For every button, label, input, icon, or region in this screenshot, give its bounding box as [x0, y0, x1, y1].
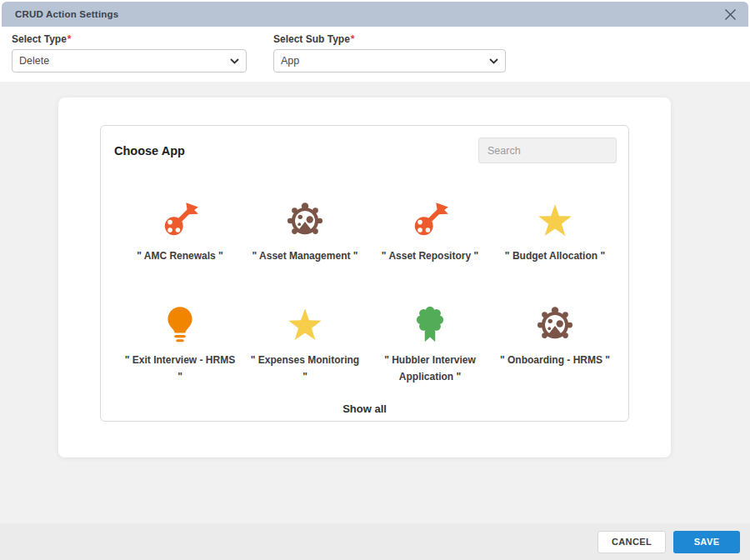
close-icon[interactable] [720, 4, 740, 24]
select-sub-type-dropdown[interactable]: App [273, 49, 506, 72]
app-label: " Expenses Monitoring " [249, 352, 361, 386]
select-sub-type-field: Select Sub Type* App [273, 33, 506, 72]
app-list-header: Choose App [101, 126, 628, 174]
app-label: " Budget Allocation " [499, 248, 611, 265]
app-grid: " AMC Renewals " " Asset Management " " … [118, 199, 618, 408]
crud-action-settings-modal: CRUD Action Settings Select Type* Delete [0, 0, 750, 560]
bug-icon [534, 303, 576, 345]
app-chooser-card: Choose App " AMC Renewals " " Asset Mana… [58, 98, 671, 458]
bug-icon [284, 199, 326, 241]
select-type-dropdown[interactable]: Delete [12, 49, 247, 72]
filter-row: Select Type* Delete Select Sub Type* App [0, 27, 750, 82]
app-label: " Hubbler Interview Application " [374, 352, 486, 386]
key-icon [159, 199, 201, 241]
modal-header: CRUD Action Settings [2, 2, 748, 27]
required-asterisk: * [68, 33, 72, 45]
show-all-link[interactable]: Show all [101, 402, 628, 415]
badge-icon [409, 303, 451, 345]
app-item[interactable]: " AMC Renewals " [118, 199, 242, 303]
app-label: " Asset Management " [249, 248, 361, 265]
select-type-field: Select Type* Delete [12, 33, 247, 72]
star-icon [534, 199, 576, 241]
select-sub-type-select[interactable]: App [273, 49, 506, 72]
app-item[interactable]: " Asset Repository " [368, 199, 492, 303]
choose-app-heading: Choose App [114, 144, 185, 158]
modal-body: Choose App " AMC Renewals " " Asset Mana… [0, 82, 750, 523]
app-item[interactable]: " Exit Interview - HRMS " [118, 303, 242, 408]
key-icon [409, 199, 451, 241]
select-sub-type-label: Select Sub Type* [273, 33, 506, 45]
app-label: " AMC Renewals " [124, 248, 236, 265]
star-icon [284, 303, 326, 345]
app-item[interactable]: " Asset Management " [242, 199, 368, 303]
app-label: " Asset Repository " [374, 248, 486, 265]
app-label: " Exit Interview - HRMS " [124, 352, 236, 386]
cancel-button[interactable]: CANCEL [598, 531, 666, 553]
app-item[interactable]: " Onboarding - HRMS " [492, 303, 618, 408]
required-asterisk: * [351, 33, 355, 45]
save-button[interactable]: SAVE [673, 531, 740, 553]
select-type-label: Select Type* [12, 33, 247, 45]
app-list-panel: Choose App " AMC Renewals " " Asset Mana… [100, 125, 629, 422]
modal-footer: CANCEL SAVE [0, 523, 750, 560]
app-label: " Onboarding - HRMS " [499, 352, 611, 369]
search-input[interactable] [478, 138, 617, 163]
app-item[interactable]: " Budget Allocation " [492, 199, 618, 303]
modal-title: CRUD Action Settings [15, 9, 118, 19]
app-item[interactable]: " Hubbler Interview Application " [368, 303, 492, 408]
lightbulb-icon [159, 303, 201, 345]
select-type-select[interactable]: Delete [12, 49, 247, 72]
app-item[interactable]: " Expenses Monitoring " [242, 303, 368, 408]
